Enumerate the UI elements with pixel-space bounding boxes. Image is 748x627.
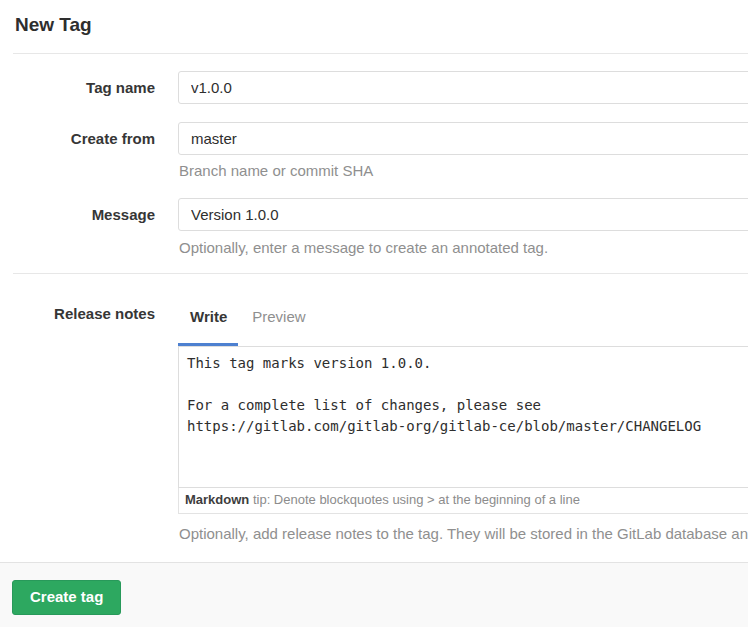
message-input[interactable] — [178, 198, 748, 231]
message-label: Message — [0, 198, 155, 224]
create-tag-button[interactable]: Create tag — [12, 580, 121, 615]
form-actions: Create tag — [0, 562, 748, 627]
tag-name-input[interactable] — [178, 71, 748, 104]
create-from-label: Create from — [0, 122, 155, 148]
markdown-tip-bar: Markdown tip: Denote blockquotes using >… — [178, 488, 748, 514]
markdown-tip-text: tip: Denote blockquotes using > at the b… — [249, 492, 580, 507]
active-tab-indicator — [178, 343, 238, 346]
tab-preview[interactable]: Preview — [252, 307, 305, 326]
section-divider — [13, 273, 748, 274]
release-notes-help: Optionally, add release notes to the tag… — [179, 525, 748, 543]
form-row-release-notes: Release notes Write Preview This tag mar… — [0, 297, 748, 543]
tag-name-label: Tag name — [0, 71, 155, 97]
release-notes-textarea[interactable]: This tag marks version 1.0.0. For a comp… — [178, 346, 748, 488]
release-notes-label: Release notes — [0, 297, 155, 323]
form-row-tag-name: Tag name — [0, 71, 748, 104]
form-row-message: Message Optionally, enter a message to c… — [0, 198, 748, 257]
new-tag-form: Tag name Create from Branch name or comm… — [0, 71, 748, 543]
page-title: New Tag — [15, 13, 748, 37]
markdown-editor: This tag marks version 1.0.0. For a comp… — [178, 346, 748, 514]
message-help: Optionally, enter a message to create an… — [179, 239, 748, 257]
tab-write[interactable]: Write — [190, 307, 227, 326]
create-from-help: Branch name or commit SHA — [179, 162, 748, 180]
header-divider — [13, 53, 748, 54]
new-tag-page: New Tag Tag name Create from Branch name… — [0, 13, 748, 627]
markdown-editor-tabs: Write Preview — [178, 297, 748, 326]
create-from-input[interactable] — [178, 122, 748, 155]
markdown-tip-keyword: Markdown — [185, 492, 249, 507]
form-row-create-from: Create from Branch name or commit SHA — [0, 122, 748, 180]
